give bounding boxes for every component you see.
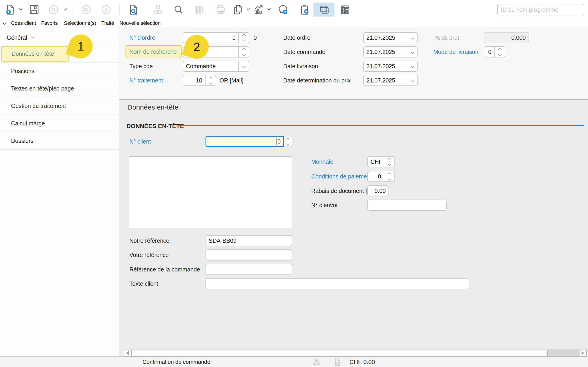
- search-name-label[interactable]: Nom de recherche: [126, 45, 182, 58]
- barcode-icon: [193, 4, 205, 15]
- window-icon[interactable]: [319, 4, 330, 15]
- program-search-input[interactable]: [498, 4, 584, 15]
- sidebar-item-gestion-traitement[interactable]: Gestion du traitement: [0, 97, 119, 115]
- section-divider: [179, 125, 584, 126]
- toolbar-separator: [72, 4, 72, 15]
- chevron-down-icon[interactable]: [238, 61, 249, 71]
- spinner-buttons[interactable]: [384, 157, 394, 167]
- spinner-buttons[interactable]: [384, 171, 394, 181]
- cancel-icon: [48, 4, 59, 15]
- spinner-buttons[interactable]: [494, 47, 505, 57]
- chevron-down-icon[interactable]: [407, 61, 418, 71]
- document-preview-icon[interactable]: [128, 4, 139, 15]
- menu-item-favoris[interactable]: Favoris: [41, 19, 58, 27]
- processing-number-input[interactable]: 10: [183, 75, 216, 86]
- order-number-label[interactable]: N° d'ordre: [129, 32, 155, 43]
- new-comment-icon[interactable]: [277, 4, 289, 15]
- sidebar-group-label: Général: [7, 34, 27, 41]
- scrollbar-track[interactable]: [548, 350, 579, 356]
- delivery-date-input[interactable]: 21.07.2025: [363, 61, 418, 72]
- your-reference-label: Votre référence: [129, 250, 169, 260]
- text-caret: [277, 138, 277, 145]
- stock-boxes-icon: [152, 4, 164, 15]
- form-layout-icon[interactable]: [339, 4, 351, 15]
- order-type-label: Type cde: [129, 61, 153, 72]
- payment-terms-label[interactable]: Conditions de paiement: [311, 171, 372, 182]
- order-date-input[interactable]: 21.07.2025: [363, 32, 418, 43]
- scroll-right-button[interactable]: [579, 350, 587, 356]
- sidebar-item-donnees-en-tete[interactable]: Données en-tête: [0, 45, 119, 62]
- sidebar-item-textes-en-tete[interactable]: Textes en-tête/pied page: [0, 80, 119, 97]
- statistics-menu-chevron-icon[interactable]: [267, 8, 271, 10]
- command-date-input[interactable]: 21.07.2025: [363, 46, 418, 58]
- price-date-input[interactable]: 21.07.2025: [363, 75, 418, 86]
- menu-item-traite[interactable]: Traité: [101, 19, 114, 27]
- chevron-down-icon[interactable]: [407, 47, 418, 57]
- menu-item-nouvelle-selection[interactable]: Nouvelle sélection: [119, 19, 161, 27]
- status-document-type: Confirmation de commande: [143, 357, 210, 367]
- spinner-buttons[interactable]: [238, 47, 249, 57]
- order-date-label: Date ordre: [283, 32, 310, 43]
- sidebar-group-general[interactable]: Général: [7, 33, 35, 42]
- document-discount-input[interactable]: 0.00: [367, 185, 389, 196]
- our-reference-input[interactable]: SDA-BB09: [205, 235, 292, 246]
- spinner-buttons[interactable]: [284, 136, 292, 147]
- horizontal-scrollbar[interactable]: [124, 350, 587, 356]
- scrollbar-thumb[interactable]: [131, 350, 548, 356]
- new-document-menu-chevron-icon[interactable]: [19, 8, 23, 10]
- scroll-left-button[interactable]: [124, 350, 131, 356]
- sidebar-item-label: Calcul marge: [0, 120, 45, 127]
- menubar-chevron-icon[interactable]: [2, 22, 7, 25]
- gross-weight-label: Poids brut: [433, 32, 459, 43]
- currency-label[interactable]: Monnaie: [311, 156, 333, 167]
- sidebar-item-dossiers[interactable]: Dossiers: [0, 132, 119, 150]
- search-icon[interactable]: [173, 4, 184, 15]
- chevron-down-icon[interactable]: [407, 75, 418, 85]
- statusbar: Confirmation de commande CHF 0.00: [0, 356, 588, 367]
- shipment-number-input[interactable]: [367, 200, 447, 211]
- delivery-mode-input[interactable]: 0: [484, 46, 505, 58]
- order-reference-input[interactable]: [205, 264, 292, 275]
- currency-input[interactable]: CHF: [367, 156, 395, 167]
- processing-number-label[interactable]: N° traitement: [129, 75, 163, 86]
- cancel-menu-chevron-icon[interactable]: [63, 8, 67, 10]
- spinner-buttons[interactable]: [205, 75, 216, 85]
- save-icon[interactable]: [28, 4, 40, 15]
- sidebar-item-positions[interactable]: Positions: [0, 62, 119, 80]
- paste-clipboard-icon[interactable]: [299, 4, 310, 15]
- app-window: Cdes client Favoris Sélectionné(s) Trait…: [0, 0, 588, 367]
- sidebar-item-label: Données en-tête: [2, 50, 54, 57]
- chevron-down-icon[interactable]: [407, 33, 418, 43]
- toolbar: [0, 0, 588, 19]
- payment-terms-input[interactable]: 0: [367, 171, 395, 182]
- our-reference-label: Notre référence: [129, 235, 170, 246]
- menu-item-selectionnes[interactable]: Sélectionné(s): [64, 19, 96, 27]
- client-number-field: 0: [205, 136, 292, 147]
- delivery-mode-label[interactable]: Mode de livraison: [433, 46, 478, 58]
- client-address-box[interactable]: [129, 156, 292, 228]
- new-document-icon[interactable]: [5, 4, 16, 15]
- sidebar-item-calcul-marge[interactable]: Calcul marge: [0, 115, 119, 132]
- arrow-left-icon: [126, 351, 129, 355]
- copy-document-menu-chevron-icon[interactable]: [247, 8, 250, 10]
- order-type-select[interactable]: Commande: [183, 61, 249, 72]
- next-record-icon: [101, 4, 112, 15]
- client-number-label[interactable]: N° client: [129, 136, 151, 147]
- spinner-buttons[interactable]: [238, 33, 249, 43]
- page-title: Données en-tête: [127, 103, 178, 111]
- document-status-icon: [333, 358, 341, 367]
- sidebar-item-label: Positions: [0, 68, 34, 75]
- section-label: DONNÉES EN-TÊTE: [127, 123, 184, 130]
- your-reference-input[interactable]: [205, 250, 292, 260]
- statistics-icon[interactable]: [253, 4, 264, 15]
- program-search: [497, 4, 584, 15]
- menu-item-cdes-client[interactable]: Cdes client: [11, 19, 36, 27]
- copy-document-icon[interactable]: [232, 4, 244, 15]
- client-text-input[interactable]: [205, 278, 469, 289]
- chevron-down-icon: [31, 36, 35, 39]
- order-reference-label: Référence de la commande: [129, 264, 200, 275]
- menubar: Cdes client Favoris Sélectionné(s) Trait…: [0, 19, 588, 27]
- sidebar-list: Données en-tête Positions Textes en-tête…: [0, 45, 119, 150]
- toolbar-separator: [119, 4, 119, 15]
- client-number-input[interactable]: 0: [205, 136, 284, 147]
